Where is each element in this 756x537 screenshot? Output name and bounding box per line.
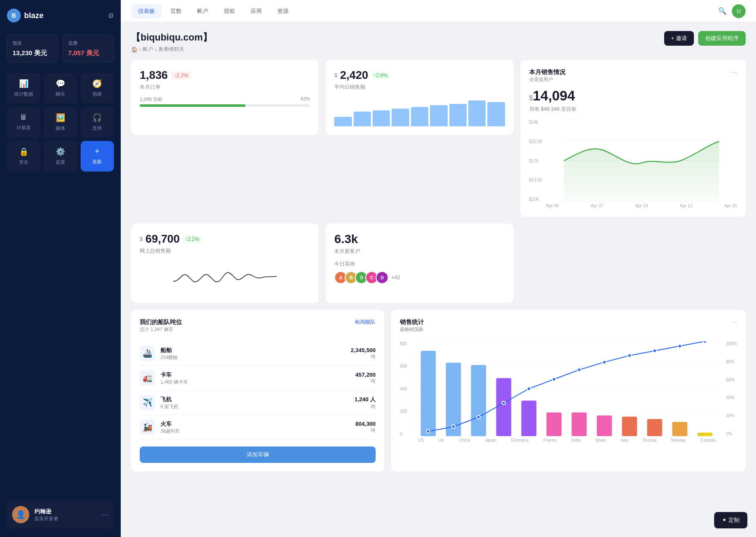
fleet-name-plane: 飞机 [160,396,349,403]
orders-value: 1,836 [140,69,168,82]
orders-card: 1,836 ↓2.2% 本月订单 1,048 目标 62% [131,60,319,135]
sales-stats-more[interactable]: ··· [731,318,737,326]
chart-y-right: 100% 80% 60% 40% 20% 0% [722,341,737,436]
page-header: 【biqubiqu.com】 🏠 › 帐户 › 奥弗维耶夫 + 邀请 创建应用程… [131,31,746,53]
nav-item-media[interactable]: 🖼️ 媒体 [44,107,77,137]
user-more-icon[interactable]: ⋯ [102,511,109,519]
hero-section: 今日英雄 A B S C D +42 [334,260,505,284]
fleet-amount-ship: 2,345,500 [351,347,376,353]
sales-stats-sub: 最畅销国家 [400,326,424,333]
svg-rect-12 [471,365,486,436]
truck-icon: 🚛 [140,370,155,386]
svg-rect-18 [622,417,637,436]
chart-x-label: France [543,438,557,443]
nav-item-support[interactable]: 🎧 支持 [81,107,114,137]
top-nav-right: 🔍 U [718,4,746,18]
chart-x-label: Spain [595,438,606,443]
svg-point-26 [527,387,530,390]
logo-text: blaze [24,11,44,20]
orders-progress-fill [140,104,245,107]
chart-x-labels: USUKChinaJapanGermanyFranceIndiaSpainIta… [411,438,723,443]
orders-label: 本月订单 [140,84,310,91]
svg-rect-19 [647,419,662,436]
fleet-name-train: 火车 [160,420,350,428]
daily-sales-card: $ 2,420 ↑2.6% 平均日销售额 [326,60,513,135]
hero-more-count: +42 [391,275,400,281]
sales-stats-card: 销售统计 最畅销国家 ··· 800 600 400 200 0 [391,310,746,471]
support-icon: 🎧 [92,113,102,122]
new-customers-card: 6.3k 本月新客户 今日英雄 A B S C D +42 [326,224,513,303]
nav-item-chat[interactable]: 💬 聊天 [44,73,77,103]
nav-label-calc: 计算器 [16,125,31,131]
hero-label: 今日英雄 [334,260,505,268]
fleet-sub-truck: 1,460 辆卡车 [160,379,350,385]
tab-resources[interactable]: 资源 [270,4,295,19]
nav-label-settings: 设置 [56,159,65,165]
sidebar-user: 👤 约翰逊 反应开发者 ⋯ [7,501,114,528]
svg-rect-13 [496,378,511,436]
bar-mini [449,104,467,127]
breadcrumb-account[interactable]: 帐户 [143,46,153,53]
nav-item-stats[interactable]: 📊 统计数据 [7,73,40,103]
fleet-value-ship: 2,345,500 吨 [351,347,376,360]
nav-label-guide: 指南 [92,91,102,97]
expense-value: 7,057 美元 [68,49,108,57]
orders-progress-bar [140,104,310,107]
nav-label-security: 安全 [19,159,28,165]
fleet-link[interactable]: 检阅舰队 [355,318,376,326]
fleet-sub: 总计 1,247 辆车 [140,326,182,333]
chart-x-label: Japan [485,438,496,443]
user-info: 约翰逊 反应开发者 [35,508,97,522]
tab-apps[interactable]: 应用 [244,4,269,19]
invite-button[interactable]: + 邀请 [664,31,694,46]
tab-dashboard[interactable]: 仪表板 [131,4,162,19]
bar-mini [430,105,447,126]
orders-pct: 62% [301,96,310,103]
daily-sales-chart [334,96,505,126]
fleet-value-truck: 457,200 吨 [355,372,376,384]
daily-currency: $ [334,72,337,78]
sales-stats-header: 销售统计 最畅销国家 ··· [400,318,737,340]
daily-sales-value: 2,420 [340,69,368,82]
hero-avatar-5: D [376,271,389,284]
customize-button[interactable]: ✦ 定制 [714,512,747,528]
bar-mini [468,100,486,126]
nav-label-chat: 聊天 [56,91,65,97]
breadcrumb-current: 奥弗维耶夫 [158,46,184,53]
tab-auth[interactable]: 授权 [217,4,242,19]
nav-label-stats: 统计数据 [14,91,33,97]
nav-item-calc[interactable]: 🖩 计算器 [7,107,40,137]
nav-item-settings[interactable]: ⚙️ 设置 [44,141,77,172]
user-avatar-small[interactable]: U [732,4,746,18]
chart-x-label: China [459,438,470,443]
svg-point-30 [627,354,631,357]
monthly-sales-more[interactable]: ··· [731,69,737,76]
svg-point-33 [703,341,706,343]
breadcrumb-home[interactable]: 🏠 [131,47,138,53]
settings-icon: ⚙️ [56,147,65,156]
nav-item-guide[interactable]: 🧭 指南 [81,73,114,103]
tab-pages[interactable]: 页数 [163,4,188,19]
daily-sales-label: 平均日销售额 [334,84,505,91]
nav-item-add[interactable]: + 添新 [81,141,114,172]
nav-item-security[interactable]: 🔒 安全 [7,141,40,172]
breadcrumb: 🏠 › 帐户 › 奥弗维耶夫 [131,46,212,53]
add-vehicle-button[interactable]: 添加车辆 [140,446,376,463]
combo-chart-svg: USUKChinaJapanGermanyFranceIndiaSpainIta… [411,341,723,443]
avatar: 👤 [12,506,29,523]
search-icon[interactable]: 🔍 [718,7,727,15]
chart-x-label: US [418,438,424,443]
train-icon: 🚂 [140,419,155,435]
new-customers-value: 6.3k [334,232,505,246]
logo-icon: B [7,9,21,22]
daily-badge: ↑2.6% [371,72,390,79]
top-settings-icon[interactable]: ⚙ [108,12,114,20]
bar-mini [411,107,428,126]
create-app-button[interactable]: 创建应用程序 [698,31,746,46]
combo-chart [411,341,723,436]
nav-label-add: 添新 [92,159,102,165]
online-currency: $ [140,236,143,242]
svg-point-32 [678,344,681,348]
tab-account[interactable]: 帐户 [190,4,215,19]
add-icon: + [95,147,100,156]
